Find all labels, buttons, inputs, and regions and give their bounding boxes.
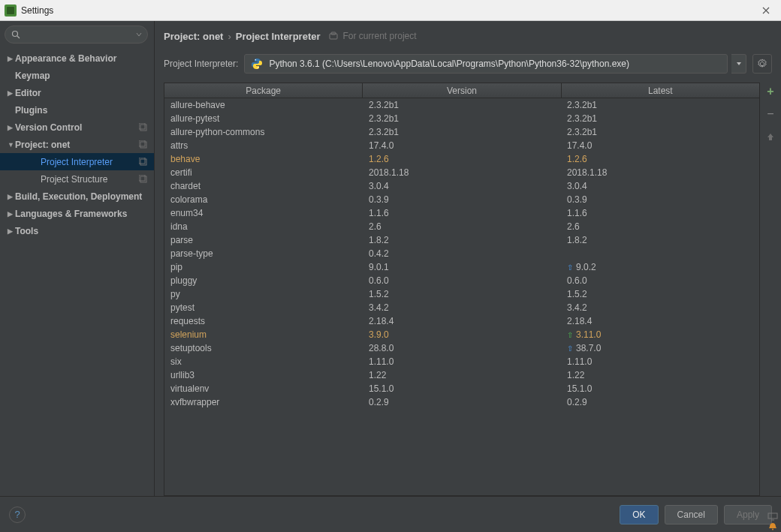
cell-package: py [164, 289, 363, 299]
cell-version: 2018.1.18 [363, 167, 561, 178]
svg-point-13 [258, 67, 259, 68]
sidebar-item-appearance-behavior[interactable]: ▶Appearance & Behavior [0, 50, 154, 67]
table-body: allure-behave2.3.2b12.3.2b1allure-pytest… [164, 98, 759, 495]
cell-package: six [164, 356, 363, 367]
apply-button[interactable]: Apply [724, 505, 772, 524]
cell-latest: 1.8.2 [561, 235, 759, 245]
cell-version: 2.3.2b1 [363, 100, 561, 110]
chevron-down-icon[interactable] [136, 32, 142, 38]
table-row[interactable]: behave1.2.61.2.6 [164, 152, 759, 166]
column-latest[interactable]: Latest [562, 83, 759, 98]
table-row[interactable]: pytest3.4.23.4.2 [164, 301, 759, 314]
cell-version: 3.9.0 [363, 329, 561, 340]
cell-package: pytest [164, 302, 363, 313]
column-version[interactable]: Version [363, 83, 561, 98]
table-row[interactable]: parse-type0.4.2 [164, 247, 759, 260]
sidebar-item-tools[interactable]: ▶Tools [0, 222, 154, 239]
monitor-icon [767, 512, 778, 521]
sidebar-item-plugins[interactable]: Plugins [0, 101, 154, 119]
package-actions: + − [760, 83, 781, 496]
upgrade-available-icon: ⇧ [567, 263, 573, 272]
table-row[interactable]: parse1.8.21.8.2 [164, 233, 759, 247]
search-field[interactable] [5, 26, 148, 44]
table-row[interactable]: allure-pytest2.3.2b12.3.2b1 [164, 112, 759, 125]
table-row[interactable]: certifi2018.1.182018.1.18 [164, 166, 759, 179]
interpreter-dropdown-button[interactable] [731, 54, 746, 74]
sidebar-item-languages-frameworks[interactable]: ▶Languages & Frameworks [0, 205, 154, 222]
upgrade-package-button[interactable] [763, 129, 778, 144]
cell-package: allure-behave [164, 100, 363, 110]
search-input[interactable] [23, 29, 136, 40]
table-row[interactable]: six1.11.01.11.0 [164, 355, 759, 368]
cell-version: 1.8.2 [363, 235, 561, 245]
sidebar-item-project-interpreter[interactable]: Project Interpreter [0, 153, 154, 170]
sidebar-item-project-structure[interactable]: Project Structure [0, 170, 154, 188]
search-row [0, 21, 154, 48]
cell-version: 2.18.4 [363, 316, 561, 326]
sidebar-item-label: Keymap [15, 71, 50, 81]
table-row[interactable]: requests2.18.42.18.4 [164, 314, 759, 328]
gear-icon [757, 59, 767, 69]
sidebar-item-keymap[interactable]: Keymap [0, 67, 154, 84]
table-row[interactable]: allure-python-commons2.3.2b12.3.2b1 [164, 125, 759, 139]
svg-rect-8 [140, 176, 146, 182]
table-row[interactable]: idna2.62.6 [164, 220, 759, 233]
interpreter-row: Project Interpreter: Python 3.6.1 (C:\Us… [155, 51, 781, 83]
svg-rect-2 [140, 125, 146, 131]
close-button[interactable] [755, 0, 776, 20]
interpreter-settings-button[interactable] [752, 54, 772, 74]
cell-package: enum34 [164, 208, 363, 218]
svg-rect-5 [139, 140, 145, 146]
main-area: ▶Appearance & BehaviorKeymap▶EditorPlugi… [0, 21, 781, 496]
cancel-button[interactable]: Cancel [665, 505, 718, 524]
sidebar-item-project-onet[interactable]: ▼Project: onet [0, 136, 154, 153]
table-row[interactable]: pluggy0.6.00.6.0 [164, 274, 759, 287]
table-row[interactable]: chardet3.0.43.0.4 [164, 179, 759, 193]
tree-arrow-icon: ▶ [8, 89, 15, 97]
cell-package: pluggy [164, 275, 363, 286]
cell-latest: 2.18.4 [561, 316, 759, 326]
cell-latest: 2.3.2b1 [561, 127, 759, 137]
table-row[interactable]: setuptools28.8.0⇧38.7.0 [164, 341, 759, 355]
cell-latest: 3.0.4 [561, 181, 759, 191]
column-package[interactable]: Package [164, 83, 363, 98]
table-row[interactable]: enum341.1.61.1.6 [164, 206, 759, 220]
help-button[interactable]: ? [9, 506, 26, 523]
svg-rect-9 [139, 175, 145, 181]
cell-latest: 1.11.0 [561, 356, 759, 367]
interpreter-select[interactable]: Python 3.6.1 (C:\Users\Lenovo\AppData\Lo… [244, 54, 728, 74]
cell-version: 15.1.0 [363, 383, 561, 394]
upgrade-available-icon: ⇧ [567, 331, 573, 339]
table-row[interactable]: colorama0.3.90.3.9 [164, 193, 759, 206]
table-row[interactable]: xvfbwrapper0.2.90.2.9 [164, 395, 759, 409]
cell-version: 0.2.9 [363, 397, 561, 407]
table-row[interactable]: virtualenv15.1.015.1.0 [164, 382, 759, 395]
cell-latest: 2.6 [561, 221, 759, 232]
table-row[interactable]: attrs17.4.017.4.0 [164, 139, 759, 152]
cell-version: 0.4.2 [363, 248, 561, 259]
table-row[interactable]: selenium3.9.0⇧3.11.0 [164, 328, 759, 341]
cell-version: 3.4.2 [363, 302, 561, 313]
add-package-button[interactable]: + [763, 84, 778, 99]
table-header: Package Version Latest [164, 83, 759, 98]
cell-latest: 0.2.9 [561, 397, 759, 407]
cell-latest: 15.1.0 [561, 383, 759, 394]
sidebar-item-build-execution-deployment[interactable]: ▶Build, Execution, Deployment [0, 188, 154, 205]
table-row[interactable]: pip9.0.1⇧9.0.2 [164, 260, 759, 274]
sidebar-item-version-control[interactable]: ▶Version Control [0, 119, 154, 136]
svg-rect-3 [139, 123, 145, 129]
cell-latest: 2.3.2b1 [561, 113, 759, 124]
cell-version: 17.4.0 [363, 140, 561, 151]
sidebar-item-editor[interactable]: ▶Editor [0, 84, 154, 101]
cell-version: 0.3.9 [363, 194, 561, 205]
app-icon [5, 5, 17, 17]
table-row[interactable]: py1.5.21.5.2 [164, 287, 759, 301]
table-row[interactable]: allure-behave2.3.2b12.3.2b1 [164, 98, 759, 112]
for-current-project-label: For current project [343, 31, 417, 41]
tree-arrow-icon: ▶ [8, 55, 15, 62]
remove-package-button[interactable]: − [763, 107, 778, 122]
svg-rect-14 [768, 513, 777, 518]
cell-package: behave [164, 154, 363, 164]
ok-button[interactable]: OK [620, 505, 658, 524]
table-row[interactable]: urllib31.221.22 [164, 368, 759, 382]
